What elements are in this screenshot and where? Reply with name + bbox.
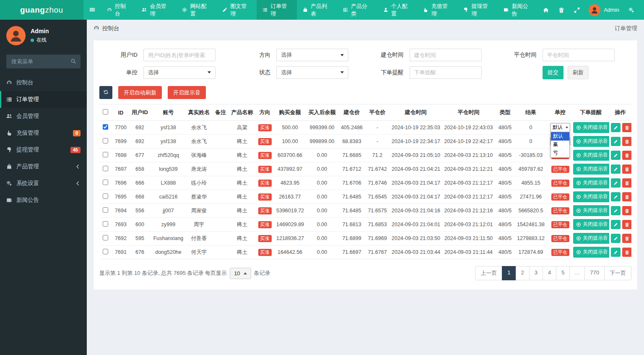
sound-off-button[interactable]: 关闭提示音 bbox=[573, 164, 609, 175]
status-select[interactable]: 选择 bbox=[276, 66, 348, 79]
column-header: 下单提醒 bbox=[572, 104, 609, 121]
row-checkbox[interactable] bbox=[103, 124, 108, 130]
submit-button[interactable]: 提交 bbox=[543, 66, 564, 79]
topnav-item-members[interactable]: 会员管理 bbox=[136, 0, 176, 20]
sound-off-button[interactable]: 关闭提示音 bbox=[573, 219, 609, 230]
sidebar-item-products[interactable]: 产品管理 bbox=[0, 158, 87, 175]
select-all-checkbox[interactable] bbox=[103, 109, 108, 115]
delete-button[interactable] bbox=[622, 192, 631, 201]
row-checkbox[interactable] bbox=[103, 138, 108, 144]
control-select[interactable]: 选择 bbox=[143, 66, 216, 79]
sound-off-button[interactable]: 关闭提示音 bbox=[573, 150, 609, 161]
sidebar-item-console[interactable]: 控制台 bbox=[0, 74, 87, 91]
brand-logo[interactable]: guangzhou bbox=[0, 0, 83, 20]
filter-label: 状态 bbox=[232, 69, 276, 76]
delete-button[interactable] bbox=[622, 234, 631, 243]
sidebar-item-settings[interactable]: 系统设置 bbox=[0, 175, 87, 192]
sidebar-search-input[interactable] bbox=[6, 55, 80, 68]
sound-toggle-button[interactable]: 开启提示音 bbox=[168, 86, 206, 99]
edit-button[interactable] bbox=[611, 234, 621, 243]
row-checkbox[interactable] bbox=[103, 193, 108, 199]
row-checkbox[interactable] bbox=[103, 207, 108, 213]
chevron-down-icon bbox=[566, 127, 568, 128]
edit-button[interactable] bbox=[611, 178, 621, 188]
close-time-input[interactable] bbox=[543, 49, 615, 61]
sidebar-item-news[interactable]: 新闻公告 bbox=[0, 192, 87, 209]
direction-select[interactable]: 选择 bbox=[276, 49, 348, 61]
cell-direction: 买涨 bbox=[254, 176, 275, 190]
page-size-select[interactable]: 10 bbox=[230, 268, 251, 279]
sidebar-item-recharge[interactable]: 充值管理0 bbox=[0, 125, 87, 141]
topnav-item-withdraw[interactable]: 提现管理 bbox=[457, 0, 498, 20]
delete-button[interactable] bbox=[622, 248, 631, 257]
row-checkbox[interactable] bbox=[103, 180, 108, 185]
control-select[interactable]: 默认 bbox=[550, 123, 570, 132]
page-button-2[interactable]: 2 bbox=[516, 266, 530, 280]
topnav-item-console[interactable]: 控制台 bbox=[101, 0, 136, 20]
dropdown-option[interactable]: 默认 bbox=[551, 132, 569, 141]
row-checkbox[interactable] bbox=[103, 221, 108, 227]
settings-gears-icon[interactable] bbox=[623, 0, 639, 20]
page-button-4[interactable]: 4 bbox=[543, 266, 556, 280]
sound-off-button[interactable]: 关闭提示音 bbox=[573, 205, 609, 216]
topnav-item-product-list[interactable]: 产品列表 bbox=[297, 0, 337, 20]
page-button-5[interactable]: 5 bbox=[556, 266, 570, 280]
sound-off-button[interactable]: 关闭提示音 bbox=[573, 247, 609, 258]
row-checkbox[interactable] bbox=[103, 249, 108, 254]
edit-button[interactable] bbox=[611, 192, 621, 201]
page-button-770[interactable]: 770 bbox=[584, 266, 605, 280]
delete-button[interactable] bbox=[622, 206, 631, 215]
row-checkbox[interactable] bbox=[103, 166, 108, 171]
edit-button[interactable] bbox=[611, 248, 621, 257]
dropdown-option[interactable]: 赢 bbox=[551, 141, 569, 149]
filter-refresh-button[interactable]: 刷新 bbox=[568, 66, 589, 79]
sidebar-item-withdraw[interactable]: 提现管理45 bbox=[0, 141, 87, 158]
sound-off-button[interactable]: 关闭提示音 bbox=[573, 178, 609, 188]
sidebar-item-orders[interactable]: 订单管理 bbox=[0, 91, 87, 108]
open-time-input[interactable] bbox=[410, 49, 482, 61]
topnav-item-recharge[interactable]: 充值管理 bbox=[417, 0, 457, 20]
prev-page-button[interactable]: 上一页 bbox=[475, 266, 502, 280]
edit-button[interactable] bbox=[611, 137, 621, 146]
topnav-item-site-config[interactable]: 网站配置 bbox=[176, 0, 216, 20]
delete-button[interactable] bbox=[622, 137, 631, 146]
sidebar-item-members[interactable]: 会员管理 bbox=[0, 108, 87, 125]
topnav-item-content[interactable]: 图文管理 bbox=[216, 0, 257, 20]
topnav-item-profile[interactable]: 个人配置 bbox=[377, 0, 418, 20]
user-icon bbox=[383, 7, 388, 13]
edit-button[interactable] bbox=[611, 206, 621, 215]
delete-button[interactable] bbox=[622, 178, 631, 188]
fullscreen-icon[interactable] bbox=[569, 0, 584, 20]
edit-button[interactable] bbox=[611, 123, 621, 132]
auto-refresh-button[interactable]: 开启自动刷新 bbox=[118, 86, 162, 99]
edit-button[interactable] bbox=[611, 151, 621, 160]
delete-button[interactable] bbox=[622, 151, 631, 160]
sound-off-button[interactable]: 关闭提示音 bbox=[573, 122, 609, 133]
edit-button[interactable] bbox=[611, 164, 621, 174]
delete-button[interactable] bbox=[622, 164, 631, 174]
cell-open-time: 2024-09-03 21:03:50 bbox=[391, 232, 441, 245]
sound-off-button[interactable]: 关闭提示音 bbox=[573, 136, 609, 147]
row-checkbox[interactable] bbox=[103, 235, 108, 240]
dropdown-option[interactable]: 亏 bbox=[551, 149, 569, 157]
cell-type: 480/5 bbox=[496, 218, 514, 232]
refresh-button[interactable] bbox=[99, 86, 112, 99]
trash-icon[interactable] bbox=[553, 0, 569, 20]
topnav-item-orders[interactable]: 订单管理 bbox=[257, 0, 297, 20]
sound-off-button[interactable]: 关闭提示音 bbox=[573, 191, 609, 202]
delete-button[interactable] bbox=[622, 123, 631, 132]
home-icon[interactable] bbox=[538, 0, 553, 20]
page-button-1[interactable]: 1 bbox=[502, 266, 516, 280]
next-page-button[interactable]: 下一页 bbox=[604, 266, 631, 280]
sound-off-button[interactable]: 关闭提示音 bbox=[573, 233, 609, 244]
topnav-item-product-category[interactable]: 产品分类 bbox=[337, 0, 377, 20]
user-id-input[interactable] bbox=[143, 49, 216, 61]
sidebar-toggle-button[interactable] bbox=[83, 0, 101, 20]
edit-button[interactable] bbox=[611, 220, 621, 229]
row-checkbox[interactable] bbox=[103, 152, 108, 157]
topnav-user[interactable]: Admin bbox=[584, 4, 623, 16]
order-remind-input[interactable] bbox=[410, 66, 482, 79]
topnav-item-news[interactable]: 新闻公告 bbox=[498, 0, 538, 20]
page-button-3[interactable]: 3 bbox=[529, 266, 543, 280]
delete-button[interactable] bbox=[622, 220, 631, 229]
